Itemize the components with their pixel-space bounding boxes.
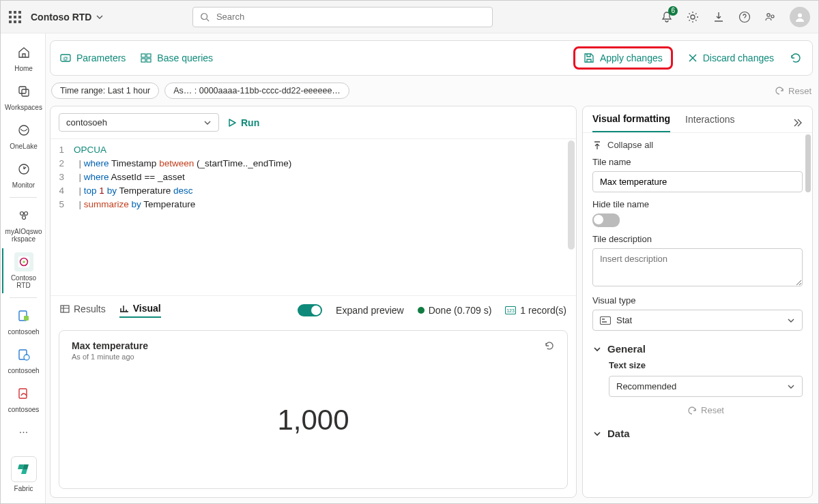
rail-home[interactable]: Home (2, 39, 44, 76)
rail-fabric[interactable]: Fabric (2, 452, 44, 496)
rail-label: Workspaces (5, 104, 42, 111)
dashboard-icon (17, 255, 31, 269)
side-tabs: Visual formatting Interactions (583, 106, 812, 133)
run-label: Run (241, 117, 259, 128)
help-button[interactable] (738, 10, 751, 24)
svg-point-15 (23, 261, 25, 263)
text-size-label: Text size (609, 360, 803, 370)
chevron-down-icon (787, 316, 795, 325)
rail-monitor[interactable]: Monitor (2, 155, 44, 193)
download-icon (713, 11, 725, 23)
tile-name-input[interactable] (592, 171, 803, 192)
svg-point-11 (24, 212, 27, 216)
svg-point-19 (24, 355, 29, 360)
svg-text:123: 123 (506, 308, 515, 313)
parameters-button[interactable]: @ Parameters (60, 53, 126, 63)
reset-filters-button[interactable]: Reset (775, 86, 811, 96)
search-input[interactable] (215, 11, 485, 23)
stat-value: 1,000 (72, 361, 555, 479)
section-data[interactable]: Data (592, 428, 803, 439)
tab-label: Visual (133, 303, 161, 314)
svg-point-8 (19, 125, 29, 135)
tab-interactions[interactable]: Interactions (685, 114, 734, 132)
collapse-all-button[interactable]: Collapse all (592, 140, 803, 150)
rail-label: contosoeh (8, 367, 39, 374)
top-actions: 6 (660, 7, 810, 27)
rail-contoso-rtd[interactable]: Contoso RTD (2, 248, 44, 293)
rail-workspaces[interactable]: Workspaces (2, 78, 44, 115)
apply-changes-button[interactable]: Apply changes (573, 46, 673, 70)
results-bar: Results Visual Expand preview Done (0.70… (51, 295, 576, 325)
tile-desc-input[interactable] (592, 248, 803, 286)
hide-tile-name-toggle[interactable] (592, 213, 620, 227)
discard-changes-button[interactable]: Discard changes (688, 53, 774, 63)
settings-button[interactable] (686, 10, 700, 24)
download-button[interactable] (712, 10, 725, 24)
page-toolbar: @ Parameters Base queries Apply changes … (50, 40, 813, 76)
table-icon (60, 304, 70, 314)
svg-rect-6 (19, 87, 26, 93)
account-avatar[interactable] (790, 7, 810, 27)
undo-icon (687, 406, 697, 415)
side-scrollbar[interactable] (805, 134, 811, 192)
content-column: @ Parameters Base queries Apply changes … (46, 33, 818, 503)
app-title-dropdown[interactable]: Contoso RTD (31, 12, 104, 23)
visual-type-select[interactable]: Stat (592, 310, 803, 331)
records-icon: 123 (505, 306, 516, 314)
tile-refresh-button[interactable] (544, 340, 555, 351)
code-body[interactable]: OPCUA | where Timestamp between (_startT… (70, 139, 576, 295)
section-general[interactable]: General (592, 343, 803, 355)
notifications-button[interactable]: 6 (660, 10, 674, 24)
rail-more[interactable]: ··· (2, 419, 44, 446)
general-reset-button[interactable]: Reset (609, 405, 803, 415)
left-rail: Home Workspaces OneLake Monitor myAIOqsw… (1, 33, 46, 503)
chevron-down-icon (592, 429, 602, 439)
svg-point-10 (20, 212, 23, 216)
global-search[interactable] (192, 7, 493, 27)
gear-icon (687, 11, 699, 23)
svg-rect-25 (141, 59, 145, 62)
visual-type-label: Visual type (592, 295, 803, 306)
expand-label: Expand preview (336, 305, 404, 316)
main-area: Home Workspaces OneLake Monitor myAIOqsw… (1, 33, 818, 503)
side-expand-button[interactable] (792, 117, 803, 128)
run-button[interactable]: Run (227, 117, 259, 128)
svg-rect-7 (22, 89, 29, 96)
tile-name-label: Tile name (592, 157, 803, 167)
time-range-chip[interactable]: Time range: Last 1 hour (51, 83, 159, 99)
rail-label: myAIOqswo rkspace (5, 228, 42, 243)
top-bar: Contoso RTD 6 (1, 1, 818, 33)
rail-workspace-item[interactable]: myAIOqswo rkspace (2, 202, 44, 247)
side-body: Collapse all Tile name Hide tile name Ti… (583, 133, 812, 497)
workspace-icon (17, 209, 31, 222)
asset-chip[interactable]: As… : 0000aaaa-11bb-cccc-dd22-eeeeee… (164, 83, 349, 99)
database-selector[interactable]: contosoeh (59, 113, 219, 132)
feedback-button[interactable] (764, 10, 777, 24)
rail-contosoes[interactable]: contosoes (2, 380, 44, 417)
expand-preview-toggle[interactable] (298, 304, 322, 316)
editor-header: contosoeh Run (51, 106, 576, 138)
code-editor[interactable]: 1 2 3 4 5 OPCUA | where Timestamp betwee… (51, 138, 576, 295)
refresh-button[interactable] (789, 51, 803, 65)
collapse-icon (592, 140, 602, 150)
rail-label: Contoso RTD (11, 274, 36, 289)
svg-text:@: @ (63, 55, 68, 61)
app-launcher-icon[interactable] (9, 11, 21, 23)
rail-label: contosoes (8, 406, 40, 413)
apply-label: Apply changes (600, 53, 663, 63)
rail-onelake[interactable]: OneLake (2, 117, 44, 154)
base-queries-button[interactable]: Base queries (141, 53, 213, 63)
tab-visual-formatting[interactable]: Visual formatting (592, 113, 670, 132)
monitor-icon (17, 162, 31, 176)
rail-contosoeh-2[interactable]: contosoeh (2, 341, 44, 379)
rail-contosoeh-1[interactable]: contosoeh (2, 302, 44, 340)
reset-label: Reset (788, 86, 811, 96)
tab-visual[interactable]: Visual (119, 303, 161, 318)
undo-icon (775, 86, 784, 95)
editor-scrollbar[interactable] (568, 140, 575, 250)
text-size-select[interactable]: Recommended (609, 376, 803, 397)
fabric-icon (16, 462, 31, 477)
double-chevron-icon (792, 117, 803, 128)
tab-results[interactable]: Results (60, 303, 106, 317)
filter-chips-row: Time range: Last 1 hour As… : 0000aaaa-1… (50, 83, 813, 99)
